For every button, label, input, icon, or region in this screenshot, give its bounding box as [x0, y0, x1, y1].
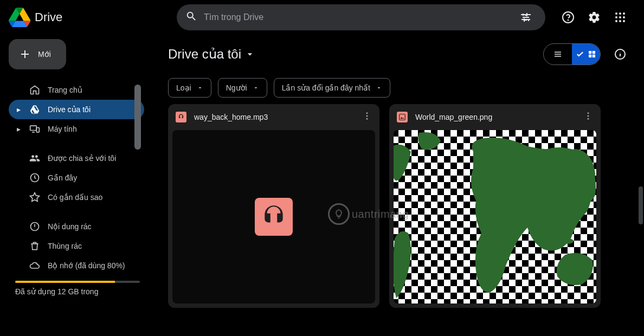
svg-point-25 — [366, 115, 368, 117]
sidebar: Mới Trang chủ ▸ Drive của tôi ▸ Máy tính — [0, 35, 152, 336]
chevron-down-icon — [253, 85, 259, 91]
file-card-image[interactable]: World_map_green.png — [389, 104, 601, 308]
sidebar-item-home[interactable]: Trang chủ — [9, 80, 144, 100]
files-grid: way_back_home.mp3 World_map — [168, 104, 631, 308]
svg-rect-22 — [593, 55, 595, 57]
sidebar-item-starred[interactable]: Có gắn dấu sao — [9, 188, 144, 207]
view-controls — [543, 43, 631, 65]
chip-label: Lần sửa đổi gần đây nhất — [282, 83, 370, 92]
filter-chip-type[interactable]: Loại — [168, 78, 211, 98]
sidebar-item-label: Thùng rác — [48, 242, 82, 250]
filter-row: Loại Người Lần sửa đổi gần đây nhất — [168, 78, 631, 98]
filter-chip-people[interactable]: Người — [218, 78, 267, 98]
svg-rect-20 — [593, 51, 595, 54]
svg-point-26 — [366, 118, 368, 120]
svg-point-8 — [623, 12, 625, 15]
svg-rect-19 — [589, 51, 591, 54]
sidebar-item-label: Gần đây — [48, 173, 77, 182]
search-options-icon[interactable] — [515, 7, 537, 28]
logo-area[interactable]: Drive — [9, 7, 177, 28]
list-icon — [553, 49, 563, 59]
plus-icon — [18, 48, 31, 61]
clock-icon — [29, 172, 40, 183]
chevron-right-icon[interactable]: ▸ — [15, 125, 22, 133]
svg-point-30 — [588, 118, 589, 120]
svg-point-10 — [619, 16, 621, 18]
chip-label: Người — [226, 83, 247, 92]
spam-icon — [29, 221, 40, 232]
svg-rect-16 — [36, 128, 39, 132]
storage-text: Đã sử dụng 12 GB trong — [15, 287, 152, 296]
sidebar-item-spam[interactable]: Nội dung rác — [9, 217, 144, 236]
sidebar-item-my-drive[interactable]: ▸ Drive của tôi — [9, 100, 144, 119]
sidebar-item-trash[interactable]: Thùng rác — [9, 236, 144, 256]
check-icon — [575, 49, 585, 59]
audio-file-icon — [176, 112, 186, 122]
filter-chip-modified[interactable]: Lần sửa đổi gần đây nhất — [274, 78, 390, 98]
image-file-icon — [397, 112, 408, 122]
grid-icon — [587, 49, 597, 59]
svg-point-7 — [619, 12, 621, 15]
chip-label: Loại — [176, 83, 191, 92]
header-actions — [557, 7, 635, 28]
search-input[interactable] — [204, 12, 508, 22]
home-icon — [29, 85, 40, 95]
storage-bar — [15, 281, 140, 283]
main-scrollbar-thumb[interactable] — [639, 186, 643, 224]
file-card-audio[interactable]: way_back_home.mp3 — [168, 104, 379, 308]
storage-fill — [15, 281, 115, 283]
help-icon[interactable] — [557, 7, 579, 28]
chevron-right-icon[interactable]: ▸ — [15, 105, 22, 114]
svg-point-37 — [542, 239, 551, 243]
svg-rect-2 — [526, 13, 527, 16]
file-thumbnail-image — [394, 130, 596, 303]
file-more-icon[interactable] — [583, 111, 593, 123]
list-view-button[interactable] — [544, 44, 572, 64]
settings-icon[interactable] — [583, 7, 605, 28]
svg-point-11 — [623, 16, 625, 18]
cloud-icon — [29, 260, 40, 271]
search-icon — [185, 10, 197, 24]
main-header: Drive của tôi — [168, 43, 631, 65]
sidebar-scrollbar-thumb[interactable] — [134, 85, 141, 150]
svg-point-13 — [619, 20, 621, 22]
drive-logo-icon — [9, 7, 30, 28]
svg-point-6 — [615, 12, 617, 15]
app-header: Drive — [0, 0, 644, 35]
view-toggle — [543, 43, 601, 65]
svg-point-5 — [568, 20, 569, 21]
search-bar[interactable] — [177, 4, 545, 30]
sidebar-item-label: Có gắn dấu sao — [48, 193, 102, 202]
sidebar-item-shared[interactable]: Được chia sẻ với tôi — [9, 148, 144, 168]
sidebar-item-label: Được chia sẻ với tôi — [48, 154, 116, 163]
audio-big-icon — [255, 198, 293, 236]
info-icon[interactable] — [609, 43, 631, 65]
sidebar-item-label: Drive của tôi — [48, 105, 91, 114]
new-button[interactable]: Mới — [9, 39, 66, 69]
sidebar-item-storage[interactable]: Bộ nhớ (đã dùng 80%) — [9, 256, 144, 275]
file-more-icon[interactable] — [362, 111, 372, 123]
sidebar-item-label: Máy tính — [48, 125, 77, 133]
svg-point-14 — [623, 20, 625, 22]
svg-rect-21 — [589, 55, 591, 57]
shared-icon — [29, 153, 40, 164]
svg-rect-27 — [400, 114, 405, 120]
sidebar-item-label: Bộ nhớ (đã dùng 80%) — [48, 261, 125, 270]
file-name: way_back_home.mp3 — [194, 113, 355, 121]
svg-point-28 — [588, 112, 589, 114]
new-button-label: Mới — [38, 50, 51, 59]
sidebar-item-label: Trang chủ — [48, 86, 82, 94]
grid-view-button[interactable] — [572, 44, 600, 64]
chevron-down-icon — [197, 85, 203, 91]
apps-grid-icon[interactable] — [609, 7, 631, 28]
svg-rect-15 — [30, 126, 37, 130]
star-icon — [29, 192, 40, 203]
chevron-down-icon — [376, 85, 382, 91]
sidebar-item-recent[interactable]: Gần đây — [9, 168, 144, 188]
sidebar-item-computers[interactable]: ▸ Máy tính — [9, 119, 144, 139]
file-thumbnail-audio — [172, 130, 375, 303]
drive-icon — [29, 104, 40, 115]
page-title-dropdown[interactable]: Drive của tôi — [168, 47, 255, 62]
svg-rect-3 — [524, 18, 525, 22]
svg-rect-1 — [528, 19, 529, 21]
